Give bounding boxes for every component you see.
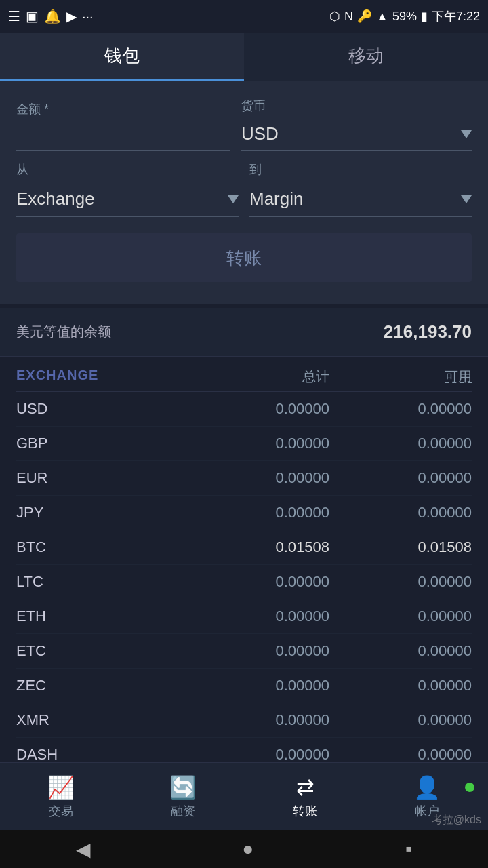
wallet-icon: ▣ xyxy=(26,8,39,24)
from-label: 从 xyxy=(16,161,239,178)
amount-input[interactable] xyxy=(16,121,230,151)
to-dropdown[interactable]: Margin xyxy=(249,182,472,217)
table-row: GBP0.000000.00000 xyxy=(16,427,472,461)
time-display: 下午7:22 xyxy=(432,8,480,24)
back-button[interactable]: ◀ xyxy=(76,838,91,861)
row-total-value: 0.00000 xyxy=(187,711,329,729)
row-available-value: 0.00000 xyxy=(329,642,472,660)
battery-text: 59% xyxy=(392,9,417,24)
bell-icon: 🔔 xyxy=(44,8,61,24)
table-row: ETH0.000000.00000 xyxy=(16,599,472,634)
watermark: 考拉@kds xyxy=(432,813,481,827)
trade-icon: 📈 xyxy=(47,774,75,800)
from-to-row: 从 Exchange 到 Margin xyxy=(16,161,472,217)
from-dropdown-arrow xyxy=(228,195,239,203)
row-currency-name: BTC xyxy=(16,538,187,556)
from-dropdown[interactable]: Exchange xyxy=(16,182,239,217)
row-total-value: 0.00000 xyxy=(187,642,329,660)
row-total-value: 0.00000 xyxy=(187,400,329,418)
row-currency-name: GBP xyxy=(16,435,187,452)
to-label: 到 xyxy=(249,161,472,178)
table-row: USD0.000000.00000 xyxy=(16,392,472,427)
tab-wallet-label: 钱包 xyxy=(104,44,140,68)
bottom-nav: 📈 交易 🔄 融资 ⇄ 转账 👤 帐户 xyxy=(0,762,488,830)
exchange-table: EXCHANGE 总计 可用 USD0.000000.00000GBP0.000… xyxy=(0,357,488,807)
row-available-value: 0.00000 xyxy=(329,504,472,521)
table-row: ETC0.000000.00000 xyxy=(16,634,472,669)
row-available-value: 0.00000 xyxy=(329,711,472,729)
table-header: EXCHANGE 总计 可用 xyxy=(16,357,472,392)
to-value: Margin xyxy=(249,189,303,210)
row-total-value: 0.00000 xyxy=(187,677,329,694)
account-dot xyxy=(465,783,474,792)
table-row: ZEC0.000000.00000 xyxy=(16,669,472,703)
to-section: 到 Margin xyxy=(249,161,472,217)
currency-label: 货币 xyxy=(241,98,472,114)
nav-trade[interactable]: 📈 交易 xyxy=(0,774,122,819)
row-total-value: 0.01508 xyxy=(187,538,329,556)
balance-value: 216,193.70 xyxy=(384,321,472,342)
tab-move-label: 移动 xyxy=(348,44,384,68)
row-total-value: 0.00000 xyxy=(187,608,329,625)
currency-value: USD xyxy=(241,123,279,144)
nav-trade-label: 交易 xyxy=(49,803,73,819)
row-currency-name: DASH xyxy=(16,746,187,764)
table-row: XMR0.000000.00000 xyxy=(16,703,472,738)
row-total-value: 0.00000 xyxy=(187,435,329,452)
row-currency-name: XMR xyxy=(16,711,187,729)
amount-label: 金额 * xyxy=(16,101,230,117)
home-button[interactable]: ● xyxy=(243,838,254,860)
bluetooth-icon: ⬡ xyxy=(329,9,340,24)
nav-account[interactable]: 👤 帐户 xyxy=(366,774,488,819)
status-right-icons: ⬡ N 🔑 ▲ 59% ▮ 下午7:22 xyxy=(329,8,480,24)
transfer-form: 金额 * 货币 USD 从 Exchange 到 Margin xyxy=(0,81,488,308)
transfer-icon: ⇄ xyxy=(296,774,314,800)
row-currency-name: EUR xyxy=(16,469,187,487)
nav-fund-label: 融资 xyxy=(171,803,195,819)
send-icon: ▶ xyxy=(66,8,77,24)
row-currency-name: USD xyxy=(16,400,187,418)
nav-fund[interactable]: 🔄 融资 xyxy=(122,774,244,819)
table-row: JPY0.000000.00000 xyxy=(16,496,472,530)
row-currency-name: JPY xyxy=(16,504,187,521)
amount-field-container: 金额 * xyxy=(16,101,230,151)
row-total-value: 0.00000 xyxy=(187,469,329,487)
row-currency-name: ETH xyxy=(16,608,187,625)
row-total-value: 0.00000 xyxy=(187,746,329,764)
row-available-value: 0.00000 xyxy=(329,608,472,625)
key-icon: 🔑 xyxy=(357,9,372,24)
table-row: LTC0.000000.00000 xyxy=(16,565,472,599)
col-available-header: 可用 xyxy=(329,368,472,386)
from-section: 从 Exchange xyxy=(16,161,239,217)
row-available-value: 0.00000 xyxy=(329,573,472,591)
row-available-value: 0.00000 xyxy=(329,677,472,694)
col-total-header: 总计 xyxy=(187,368,329,386)
currency-dropdown[interactable]: USD xyxy=(241,118,472,151)
nfc-icon: N xyxy=(344,9,353,24)
system-nav-bar: ◀ ● ▪ xyxy=(0,830,488,868)
transfer-button[interactable]: 转账 xyxy=(16,233,472,282)
fund-icon: 🔄 xyxy=(169,774,197,800)
menu-icon: ☰ xyxy=(8,8,20,24)
row-total-value: 0.00000 xyxy=(187,504,329,521)
section-label: EXCHANGE xyxy=(16,368,187,386)
balance-section: 美元等值的余额 216,193.70 xyxy=(0,308,488,357)
from-value: Exchange xyxy=(16,189,95,210)
transfer-button-label: 转账 xyxy=(226,246,262,270)
recents-button[interactable]: ▪ xyxy=(405,838,412,860)
row-currency-name: LTC xyxy=(16,573,187,591)
nav-transfer-label: 转账 xyxy=(293,803,317,819)
status-bar: ☰ ▣ 🔔 ▶ ··· ⬡ N 🔑 ▲ 59% ▮ 下午7:22 xyxy=(0,0,488,33)
main-tabs: 钱包 移动 xyxy=(0,33,488,81)
row-available-value: 0.00000 xyxy=(329,469,472,487)
tab-move[interactable]: 移动 xyxy=(244,33,488,81)
account-icon: 👤 xyxy=(413,774,441,800)
tab-wallet[interactable]: 钱包 xyxy=(0,33,244,81)
balance-label: 美元等值的余额 xyxy=(16,323,111,341)
row-available-value: 0.00000 xyxy=(329,746,472,764)
battery-icon: ▮ xyxy=(421,9,428,24)
row-total-value: 0.00000 xyxy=(187,573,329,591)
table-row: BTC0.015080.01508 xyxy=(16,530,472,565)
nav-transfer[interactable]: ⇄ 转账 xyxy=(244,774,366,819)
signal-icon: ▲ xyxy=(376,9,388,24)
